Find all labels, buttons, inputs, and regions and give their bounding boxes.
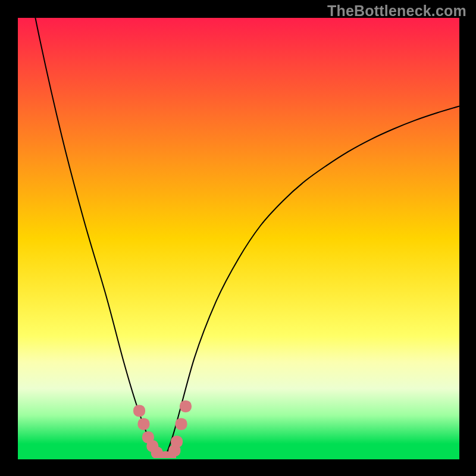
chart-background <box>18 18 459 459</box>
curve-marker <box>180 400 192 412</box>
curve-marker <box>176 418 187 430</box>
curve-marker <box>137 418 149 430</box>
curve-marker <box>171 436 183 447</box>
chart-container: { "watermark": "TheBottleneck.com", "col… <box>0 0 476 476</box>
bottleneck-chart <box>0 0 476 476</box>
svg-rect-3 <box>18 458 459 459</box>
watermark-text: TheBottleneck.com <box>327 2 466 20</box>
curve-marker <box>133 405 145 416</box>
